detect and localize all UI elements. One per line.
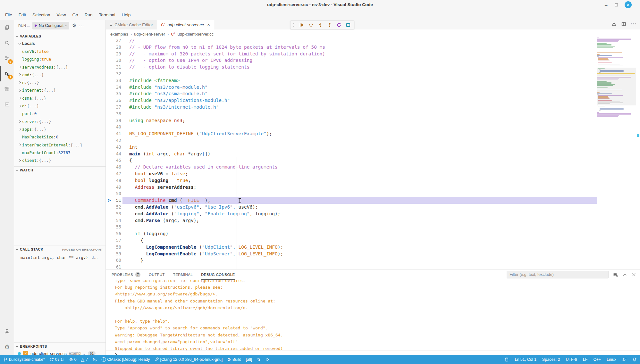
console-filter-input[interactable] — [507, 271, 609, 278]
line-number[interactable]: 41 — [106, 130, 121, 137]
expand-icon[interactable] — [18, 104, 21, 107]
more-editor-actions-icon[interactable]: ··· — [631, 21, 637, 27]
status-item-debug-alt[interactable] — [92, 357, 97, 362]
breadcrumb-item[interactable]: udp-client-server — [134, 32, 165, 37]
line-number[interactable]: 37 — [106, 104, 121, 111]
split-editor-icon[interactable] — [621, 21, 626, 27]
line-number[interactable]: 48 — [106, 177, 121, 184]
variable-row[interactable]: internet: {...} — [14, 87, 105, 94]
restart-button[interactable] — [336, 22, 342, 28]
variable-row[interactable]: apps: {...} — [14, 125, 105, 133]
menu-item-run[interactable]: Run — [81, 11, 96, 19]
tab-udp-client-server-cc[interactable]: C+udp-client-server.cc× — [157, 20, 214, 29]
call-stack-section-header[interactable]: CALL STACK PAUSED ON BREAKPOINT — [14, 246, 105, 253]
activity-test-explorer[interactable] — [0, 97, 14, 112]
line-number[interactable]: 29 — [106, 51, 121, 57]
breakpoints-section-header[interactable]: BREAKPOINTS — [14, 343, 105, 350]
minimize-button[interactable]: – — [605, 2, 607, 8]
status-item-buildsystem-cmake-[interactable]: buildsystem-cmake* — [3, 357, 45, 362]
collapse-panel-icon[interactable] — [622, 272, 627, 277]
status-item-linux[interactable]: Linux — [607, 357, 616, 362]
line-number[interactable]: 54 — [106, 217, 121, 224]
line-number[interactable]: 60 — [106, 257, 121, 264]
variable-row[interactable]: maxPacketCount: 32767 — [14, 149, 105, 156]
menu-item-selection[interactable]: Selection — [29, 11, 54, 19]
clear-console-icon[interactable] — [613, 272, 618, 277]
line-number[interactable]: 53 — [106, 211, 121, 217]
line-number[interactable]: 45 — [106, 157, 121, 164]
line-number[interactable]: 32 — [106, 70, 121, 77]
run-file-icon[interactable] — [611, 21, 617, 27]
activity-source-control[interactable]: 6 — [0, 51, 14, 66]
status-item--clang-12-0-0-x86-64-pc-[interactable]: [Clang 12.0.0 x86_64-pc-linux-gnu] — [155, 357, 223, 362]
panel-tab-problems[interactable]: PROBLEMS7 — [112, 269, 140, 280]
variable-row[interactable]: cmd: {...} — [14, 71, 105, 79]
expand-icon[interactable] — [18, 66, 21, 68]
line-number[interactable]: 52 — [106, 204, 121, 211]
breadcrumb-item[interactable]: udp-client-server.cc — [178, 32, 214, 37]
status-item-lf[interactable]: LF — [583, 357, 588, 362]
expand-icon[interactable] — [18, 97, 21, 99]
line-number[interactable]: 40 — [106, 124, 121, 130]
menu-item-help[interactable]: Help — [118, 11, 134, 19]
debug-settings-gear-icon[interactable]: ⚙ — [72, 23, 76, 28]
variable-row[interactable]: MaxPacketSize: 0 — [14, 133, 105, 141]
activity-extensions[interactable] — [0, 81, 14, 97]
panel-tab-debug-console[interactable]: DEBUG CONSOLE — [201, 269, 235, 280]
variables-scope-locals[interactable]: Locals — [14, 40, 105, 47]
line-number[interactable]: 49 — [106, 184, 121, 191]
line-number[interactable]: 42 — [106, 137, 121, 144]
activity-search[interactable] — [0, 35, 14, 51]
launch-configuration-dropdown[interactable]: No Configurat — [32, 22, 69, 29]
line-number[interactable]: 35 — [106, 90, 121, 97]
line-number[interactable]: 31 — [106, 64, 121, 70]
expand-icon[interactable] — [18, 81, 21, 84]
menu-item-file[interactable]: File — [2, 11, 15, 19]
line-number[interactable]: 58 — [106, 244, 121, 251]
line-number[interactable]: 43 — [106, 144, 121, 151]
code-editor[interactable]: 27//28// - UDP flow from n0 to n1 of 102… — [106, 37, 597, 269]
expand-icon[interactable] — [18, 89, 21, 92]
status-item-utf-8[interactable]: UTF-8 — [566, 357, 577, 362]
status-item-c-[interactable]: C++ — [593, 357, 601, 362]
expand-icon[interactable] — [18, 120, 21, 123]
editor-scrollbar[interactable] — [636, 37, 640, 269]
variable-row[interactable]: serverAddress: {...} — [14, 63, 105, 71]
variable-row[interactable]: n: {...} — [14, 79, 105, 86]
call-stack-frame[interactable]: main(int argc, char ** argv) u… — [14, 253, 105, 261]
activity-settings[interactable]: ⚙ — [0, 339, 14, 354]
close-tab-icon[interactable]: × — [207, 22, 210, 27]
status-item-feedback[interactable] — [622, 357, 627, 362]
menu-item-edit[interactable]: Edit — [15, 11, 29, 19]
status-item-bell[interactable] — [632, 357, 637, 362]
status-item-db[interactable] — [504, 357, 509, 362]
status-item--all-[interactable]: [all] — [246, 357, 252, 362]
menu-item-terminal[interactable]: Terminal — [96, 11, 118, 19]
line-number[interactable]: 56 — [106, 230, 121, 237]
expand-icon[interactable] — [18, 144, 21, 146]
line-number[interactable]: 50 — [106, 190, 121, 197]
step-out-button[interactable] — [326, 22, 333, 28]
tab-cmake-cache-editor[interactable]: ≡CMake Cache Editor — [106, 20, 157, 29]
line-number[interactable]: 39 — [106, 117, 121, 124]
continue-button[interactable] — [299, 22, 305, 28]
step-over-button[interactable] — [308, 22, 314, 28]
variable-row[interactable]: logging: true — [14, 55, 105, 63]
line-number[interactable]: 47 — [106, 170, 121, 177]
variable-row[interactable]: server: {...} — [14, 118, 105, 125]
line-number[interactable]: 44 — [106, 151, 121, 157]
line-number[interactable]: 61 — [106, 264, 121, 269]
expand-icon[interactable] — [18, 159, 21, 161]
drag-handle[interactable] — [293, 23, 296, 27]
variable-row[interactable]: interPacketInterval: {...} — [14, 141, 105, 149]
line-number[interactable]: 27 — [106, 37, 121, 44]
activity-explorer[interactable] — [0, 20, 14, 35]
variable-row[interactable]: csma: {...} — [14, 94, 105, 102]
line-number[interactable]: 59 — [106, 251, 121, 257]
status-item-0-1-[interactable]: 0↓ 1↑ — [49, 357, 65, 362]
variable-row[interactable]: useV6: false — [14, 47, 105, 55]
minimap-slider[interactable] — [597, 68, 636, 105]
line-number[interactable]: 36 — [106, 97, 121, 104]
more-actions-icon[interactable]: ··· — [79, 23, 84, 28]
activity-account[interactable] — [0, 324, 14, 339]
